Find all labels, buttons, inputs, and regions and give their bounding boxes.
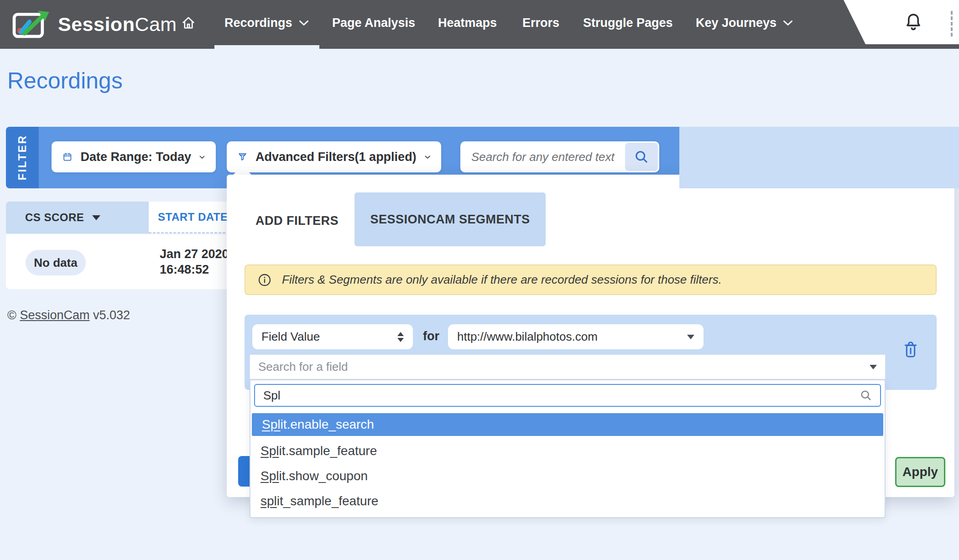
tab-sessioncam-segments-label: SESSIONCAM SEGMENTS [370,213,530,227]
table-header-row: CS SCORE START DATE [6,202,262,233]
field-search-box [254,384,881,407]
calendar-icon [63,149,73,165]
top-nav: SessionCam Recordings Page Analysis Heat… [0,0,959,49]
site-select-value: http://www.bilalphotos.com [457,330,598,344]
field-option-split-enable-search[interactable]: Split.enable_search [252,413,883,436]
trash-icon [902,340,920,360]
copyright-line: © SessionCam v5.032 [7,308,130,322]
nav-item-recordings[interactable]: Recordings [224,0,309,46]
tab-sessioncam-segments[interactable]: SESSIONCAM SEGMENTS [354,192,546,246]
combobox-caret-icon [870,365,877,369]
start-date-header-label: START DATE [158,211,228,223]
chevron-down-icon [299,20,309,26]
home-icon [180,15,197,31]
cs-score-badge: No data [26,250,86,275]
version-label: v5.032 [93,308,130,322]
field-option-split-sample-feature-2[interactable]: split_sample_feature [250,488,885,513]
field-option-split-show-coupon[interactable]: Split.show_coupon [250,463,885,488]
filter-tab-label: FILTER [16,135,29,180]
filter-bar-extension [679,127,959,188]
notifications-button[interactable] [903,12,923,36]
cs-score-header-label: CS SCORE [25,211,84,224]
apply-button[interactable]: Apply [895,457,945,487]
notice-text: Filters & Segments are only available if… [282,273,722,287]
select-caret-icon [687,335,694,339]
text-search-input[interactable] [460,141,621,172]
nav-label: Heatmaps [438,16,497,30]
app-root: SessionCam Recordings Page Analysis Heat… [0,0,959,560]
nav-item-page-analysis[interactable]: Page Analysis [332,0,415,46]
for-label: for [423,329,439,343]
notice-banner: Filters & Segments are only available if… [245,264,937,295]
text-search-box [460,141,659,172]
field-type-select[interactable]: Field Value [252,324,413,349]
select-spinner-icon [397,332,404,342]
chevron-down-icon [199,154,205,160]
start-date-value: Jan 27 2020, 16:48:52 [160,246,232,277]
chevron-down-icon [425,154,430,160]
advanced-filters-button[interactable]: Advanced Filters(1 applied) [227,141,441,172]
nav-item-errors[interactable]: Errors [522,0,559,46]
tab-add-filters[interactable]: ADD FILTERS [255,214,339,228]
field-dropdown: Split.enable_search Split.sample_feature… [250,379,886,518]
nav-label: Recordings [224,16,292,30]
nav-item-struggle-pages[interactable]: Struggle Pages [583,0,673,46]
info-icon [257,273,272,287]
advanced-filters-label: Advanced Filters(1 applied) [255,150,417,164]
field-option-list: Split.enable_search Split.sample_feature… [250,413,885,513]
sessioncam-wordmark: SessionCam [58,13,177,36]
date-range-button[interactable]: Date Range: Today [52,141,216,172]
nav-home[interactable] [180,0,197,46]
field-search-input[interactable] [255,389,859,403]
active-nav-indicator [214,45,319,49]
funnel-icon [238,149,247,165]
search-icon [859,389,873,402]
overflow-menu-icon[interactable] [951,11,953,36]
nav-label: Page Analysis [332,16,415,30]
nav-label: Struggle Pages [583,16,673,30]
table-row[interactable]: No data Jan 27 2020, 16:48:52 [6,234,262,289]
nav-item-heatmaps[interactable]: Heatmaps [438,0,497,46]
column-header-cs-score[interactable]: CS SCORE [6,202,149,233]
page-title: Recordings [7,67,123,94]
filter-tab[interactable]: FILTER [6,127,39,188]
field-combobox[interactable]: Search for a field [250,354,886,379]
bell-icon [903,12,923,34]
sessioncam-footer-link[interactable]: SessionCam [20,308,89,322]
nav-corner-wedge [844,0,959,44]
nav-label: Errors [522,16,559,30]
field-option-split-sample-feature[interactable]: Split.sample_feature [250,438,885,463]
chevron-down-icon [783,20,793,26]
delete-filter-button[interactable] [902,340,920,362]
search-button[interactable] [625,143,658,171]
search-icon [633,149,650,165]
nav-item-key-journeys[interactable]: Key Journeys [696,0,793,46]
date-range-label: Date Range: Today [81,150,192,164]
sessioncam-logo-icon [12,8,52,40]
field-type-value: Field Value [261,330,320,344]
advanced-filters-panel: ADD FILTERS SESSIONCAM SEGMENTS Filters … [227,175,954,497]
field-combobox-placeholder: Search for a field [258,360,348,374]
sessioncam-logo[interactable]: SessionCam [12,6,177,42]
nav-label: Key Journeys [696,16,777,30]
site-select[interactable]: http://www.bilalphotos.com [448,324,704,349]
sort-desc-icon [92,215,100,220]
